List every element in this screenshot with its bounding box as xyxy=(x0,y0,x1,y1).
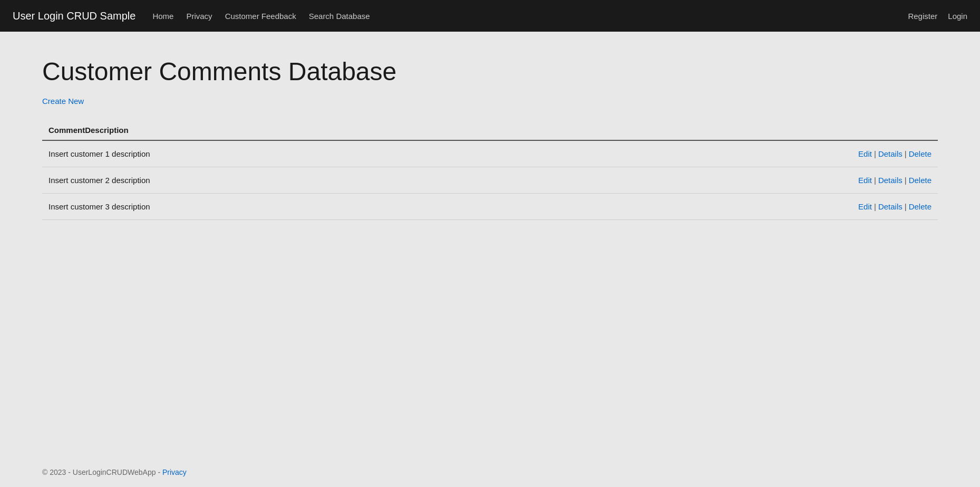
brand-link[interactable]: User Login CRUD Sample xyxy=(13,10,135,22)
navbar: User Login CRUD Sample Home Privacy Cust… xyxy=(0,0,980,32)
nav-customer-feedback[interactable]: Customer Feedback xyxy=(225,12,296,21)
row-description: Insert customer 1 description xyxy=(42,140,554,167)
nav-search-database[interactable]: Search Database xyxy=(309,12,370,21)
page-title: Customer Comments Database xyxy=(42,57,938,86)
row-actions: Edit|Details|Delete xyxy=(554,194,938,220)
details-link-3[interactable]: Details xyxy=(878,202,903,211)
nav-links: Home Privacy Customer Feedback Search Da… xyxy=(152,12,908,21)
column-header-actions xyxy=(554,120,938,140)
login-link[interactable]: Login xyxy=(948,12,967,21)
footer-privacy-link[interactable]: Privacy xyxy=(162,468,187,476)
create-new-link[interactable]: Create New xyxy=(42,97,84,106)
table-row: Insert customer 1 descriptionEdit|Detail… xyxy=(42,140,938,167)
table-row: Insert customer 2 descriptionEdit|Detail… xyxy=(42,167,938,194)
edit-link-3[interactable]: Edit xyxy=(858,202,872,211)
footer-text: © 2023 - UserLoginCRUDWebApp - xyxy=(42,468,162,476)
row-actions: Edit|Details|Delete xyxy=(554,140,938,167)
separator: | xyxy=(874,149,876,158)
register-link[interactable]: Register xyxy=(908,12,937,21)
main-content: Customer Comments Database Create New Co… xyxy=(0,32,980,457)
details-link-1[interactable]: Details xyxy=(878,149,903,158)
column-header-description: CommentDescription xyxy=(42,120,554,140)
edit-link-2[interactable]: Edit xyxy=(858,176,872,185)
nav-home[interactable]: Home xyxy=(152,12,173,21)
edit-link-1[interactable]: Edit xyxy=(858,149,872,158)
comments-table: CommentDescription Insert customer 1 des… xyxy=(42,120,938,220)
row-actions: Edit|Details|Delete xyxy=(554,167,938,194)
separator: | xyxy=(905,149,907,158)
separator: | xyxy=(905,202,907,211)
nav-privacy[interactable]: Privacy xyxy=(186,12,212,21)
delete-link-1[interactable]: Delete xyxy=(909,149,932,158)
table-header-row: CommentDescription xyxy=(42,120,938,140)
table-row: Insert customer 3 descriptionEdit|Detail… xyxy=(42,194,938,220)
separator: | xyxy=(905,176,907,185)
details-link-2[interactable]: Details xyxy=(878,176,903,185)
row-description: Insert customer 3 description xyxy=(42,194,554,220)
delete-link-3[interactable]: Delete xyxy=(909,202,932,211)
nav-auth: Register Login xyxy=(908,12,967,21)
separator: | xyxy=(874,176,876,185)
separator: | xyxy=(874,202,876,211)
row-description: Insert customer 2 description xyxy=(42,167,554,194)
delete-link-2[interactable]: Delete xyxy=(909,176,932,185)
footer: © 2023 - UserLoginCRUDWebApp - Privacy xyxy=(0,457,980,487)
